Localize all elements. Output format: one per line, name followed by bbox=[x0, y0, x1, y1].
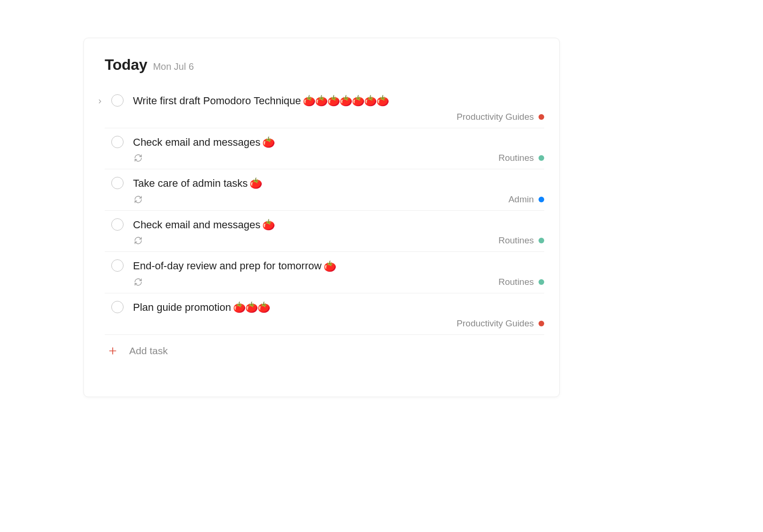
project-tag[interactable]: Routines bbox=[498, 153, 544, 163]
task-line: End-of-day review and prep for tomorrow … bbox=[133, 259, 544, 273]
project-label: Admin bbox=[508, 194, 534, 205]
project-label: Routines bbox=[498, 153, 534, 163]
project-color-dot bbox=[539, 114, 544, 120]
project-color-dot bbox=[539, 321, 544, 326]
task-row[interactable]: Take care of admin tasks 🍅Admin bbox=[105, 169, 544, 211]
project-color-dot bbox=[539, 238, 544, 243]
project-label: Productivity Guides bbox=[456, 112, 534, 122]
header: Today Mon Jul 6 bbox=[84, 56, 559, 74]
add-task-button[interactable]: Add task bbox=[105, 345, 559, 357]
recurring-icon bbox=[134, 278, 142, 286]
project-color-dot bbox=[539, 279, 544, 285]
task-line: Write first draft Pomodoro Technique 🍅🍅🍅… bbox=[133, 94, 544, 108]
pomodoro-count: 🍅 bbox=[262, 220, 274, 230]
task-row[interactable]: Check email and messages 🍅Routines bbox=[105, 128, 544, 170]
project-color-dot bbox=[539, 197, 544, 202]
task-title: Write first draft Pomodoro Technique bbox=[133, 94, 301, 108]
project-tag[interactable]: Productivity Guides bbox=[456, 112, 544, 122]
project-label: Routines bbox=[498, 235, 534, 246]
task-title: Take care of admin tasks bbox=[133, 177, 248, 191]
task-row[interactable]: End-of-day review and prep for tomorrow … bbox=[105, 252, 544, 293]
task-sub-row: Productivity Guides bbox=[133, 318, 544, 329]
chevron-right-icon[interactable] bbox=[96, 98, 104, 105]
add-task-label: Add task bbox=[129, 345, 168, 357]
project-tag[interactable]: Routines bbox=[498, 235, 544, 246]
task-sub-row: Admin bbox=[133, 194, 544, 205]
page-title: Today bbox=[105, 56, 147, 74]
pomodoro-count: 🍅🍅🍅 bbox=[233, 302, 270, 313]
task-line: Check email and messages 🍅 bbox=[133, 218, 544, 232]
task-checkbox[interactable] bbox=[111, 136, 124, 148]
task-checkbox[interactable] bbox=[111, 218, 124, 231]
task-line: Check email and messages 🍅 bbox=[133, 136, 544, 150]
page-date: Mon Jul 6 bbox=[153, 61, 194, 72]
task-title: Check email and messages bbox=[133, 218, 260, 232]
pomodoro-count: 🍅 bbox=[323, 261, 336, 272]
recurring-icon bbox=[134, 236, 142, 245]
today-card: Today Mon Jul 6 Write first draft Pomodo… bbox=[83, 38, 560, 397]
task-row[interactable]: Write first draft Pomodoro Technique 🍅🍅🍅… bbox=[105, 87, 544, 128]
task-sub-row: Routines bbox=[133, 153, 544, 163]
task-sub-row: Routines bbox=[133, 235, 544, 246]
project-label: Productivity Guides bbox=[456, 318, 534, 329]
task-checkbox[interactable] bbox=[111, 177, 124, 189]
task-checkbox[interactable] bbox=[111, 259, 124, 272]
project-label: Routines bbox=[498, 277, 534, 287]
task-title: Plan guide promotion bbox=[133, 301, 231, 315]
project-tag[interactable]: Productivity Guides bbox=[456, 318, 544, 329]
task-row[interactable]: Plan guide promotion 🍅🍅🍅Productivity Gui… bbox=[105, 293, 544, 335]
task-title: End-of-day review and prep for tomorrow bbox=[133, 259, 322, 273]
pomodoro-count: 🍅🍅🍅🍅🍅🍅🍅 bbox=[303, 96, 389, 106]
task-checkbox[interactable] bbox=[111, 94, 124, 107]
task-checkbox[interactable] bbox=[111, 301, 124, 313]
task-line: Plan guide promotion 🍅🍅🍅 bbox=[133, 301, 544, 315]
pomodoro-count: 🍅 bbox=[262, 137, 274, 148]
task-list: Write first draft Pomodoro Technique 🍅🍅🍅… bbox=[84, 87, 559, 335]
task-title: Check email and messages bbox=[133, 136, 260, 150]
project-tag[interactable]: Admin bbox=[508, 194, 544, 205]
recurring-icon bbox=[134, 195, 142, 204]
task-sub-row: Productivity Guides bbox=[133, 112, 544, 122]
task-sub-row: Routines bbox=[133, 277, 544, 287]
task-row[interactable]: Check email and messages 🍅Routines bbox=[105, 211, 544, 252]
recurring-icon bbox=[134, 154, 142, 162]
project-tag[interactable]: Routines bbox=[498, 277, 544, 287]
task-line: Take care of admin tasks 🍅 bbox=[133, 177, 544, 191]
pomodoro-count: 🍅 bbox=[249, 178, 262, 189]
project-color-dot bbox=[539, 155, 544, 161]
plus-icon bbox=[108, 346, 118, 356]
